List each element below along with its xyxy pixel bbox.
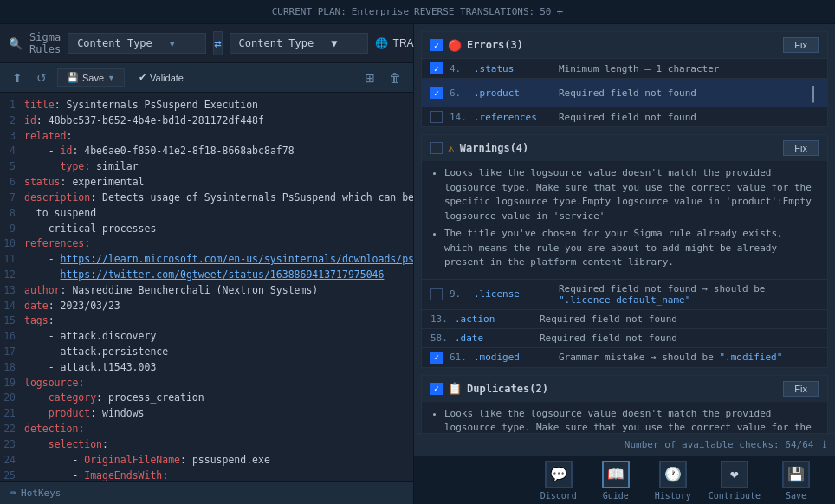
code-line: 25 - ImageEndsWith: (0, 468, 413, 482)
nav-item-save[interactable]: 💾 Save (774, 461, 818, 501)
delete-button[interactable]: 🗑 (385, 69, 405, 87)
code-line: 24 - OriginalFileName: pssuspend.exe (0, 453, 413, 468)
refresh-button[interactable]: ↺ (33, 69, 50, 87)
code-line: 16 - attack.discovery (0, 329, 413, 345)
code-line: 1title: Sysinternals PsSuspend Execution (0, 98, 413, 113)
hotkeys-bar[interactable]: ⌨ HotKeys (0, 481, 413, 504)
code-line: 14date: 2023/03/23 (0, 299, 413, 314)
duplicate-warning-text: Looks like the logsource value doesn't m… (422, 402, 827, 434)
top-banner: CURRENT PLAN: Enterprise REVERSE TRANSLA… (0, 0, 835, 24)
chevron-down-icon: ▼ (170, 39, 175, 48)
code-editor[interactable]: 1title: Sysinternals PsSuspend Execution… (0, 93, 413, 481)
history-icon: 🕐 (659, 461, 687, 488)
errors-fix-button[interactable]: Fix (783, 37, 819, 53)
references-checkbox[interactable] (430, 111, 443, 123)
warning-row-action: 13. .action Required field not found (422, 309, 827, 328)
plan-value: Enterprise (352, 6, 409, 17)
code-line: 7description: Detects usage of Sysintern… (0, 191, 413, 206)
guide-icon: 📖 (602, 461, 630, 488)
nav-item-history[interactable]: 🕐 History (651, 461, 695, 501)
duplicates-fix-button[interactable]: Fix (783, 381, 819, 397)
contribute-label: Contribute (709, 491, 761, 501)
warnings-fix-button[interactable]: Fix (783, 140, 819, 156)
code-line: 19logsource: (0, 376, 413, 391)
row-number-3: 14. (450, 112, 467, 123)
toolbar-right: ⊞ 🗑 (361, 69, 405, 87)
row-field-references: .references (474, 112, 552, 123)
dropdown2-label: Content Type (239, 37, 314, 49)
error-row-status: 4. .status Minimum length – 1 character (422, 58, 827, 78)
swap-button[interactable]: ⇄ (213, 31, 222, 55)
code-line: 2id: 48bbc537-b652-4b4e-bd1d-281172df448… (0, 113, 413, 129)
save-nav-icon: 💾 (782, 461, 810, 488)
left-header: 🔍 Sigma Rules Content Type ▼ ⇄ Content T… (0, 24, 413, 63)
errors-checkbox[interactable] (430, 39, 443, 51)
reverse-value: 50 (540, 6, 551, 17)
cursor-indicator: | (808, 82, 819, 103)
current-plan-label: CURRENT PLAN: (272, 6, 346, 17)
history-label: History (655, 491, 691, 501)
validate-label: Validate (150, 73, 184, 83)
save-icon: 💾 (67, 72, 79, 83)
code-line: 15tags: (0, 313, 413, 329)
copy-button[interactable]: ⊞ (361, 69, 379, 87)
reverse-label: REVERSE TRANSLATIONS: (414, 6, 534, 17)
nav-item-contribute[interactable]: ❤ Contribute (709, 461, 761, 501)
row-message-references: Required field not found (559, 112, 819, 123)
row-message-date: Required field not found (540, 333, 819, 344)
error-row-references: 14. .references Required field not found (422, 107, 827, 126)
row-field-date: .date (455, 333, 533, 344)
row-message-status: Minimum length – 1 character (559, 63, 819, 74)
code-line: 13author: Nasreddine Bencherchali (Nextr… (0, 283, 413, 299)
duplicates-title: Duplicates(2) (467, 383, 548, 395)
error-icon: 🔴 (448, 39, 462, 52)
product-checkbox[interactable] (430, 87, 443, 99)
content-type-dropdown-2[interactable]: Content Type ▼ (230, 33, 368, 54)
warning-text-1: Looks like the logsource value doesn't m… (422, 161, 827, 279)
code-line: 18 - attack.t1543.003 (0, 360, 413, 376)
content-type-dropdown-1[interactable]: Content Type ▼ (68, 33, 206, 54)
code-line: 3related: (0, 129, 413, 145)
row-field-status: .status (474, 63, 552, 74)
row-message-action: Required field not found (540, 313, 819, 325)
toolbar: ⬆ ↺ 💾 Save ▼ ✔ Validate ⊞ 🗑 (0, 63, 413, 93)
warning-icon: ⚠️ (448, 142, 455, 155)
row-num-action: 13. (430, 313, 448, 325)
save-label: Save (82, 73, 104, 83)
save-nav-label: Save (786, 491, 806, 501)
right-panel: 🔴 Errors(3) Fix 4. .status Minimum lengt… (414, 24, 835, 504)
hotkeys-label: HotKeys (21, 488, 61, 499)
warnings-header: ⚠️ Warnings(4) Fix (422, 135, 827, 161)
info-icon: ℹ (823, 439, 826, 450)
code-line: 5 type: similar (0, 159, 413, 175)
discord-icon: 💬 (545, 461, 573, 488)
error-row-product: 6. .product Required field not found | (422, 78, 827, 107)
warning-row-date: 58. .date Required field not found (422, 328, 827, 347)
row-num-date: 58. (430, 333, 448, 344)
errors-header: 🔴 Errors(3) Fix (422, 32, 827, 58)
validate-button[interactable]: ✔ Validate (132, 69, 191, 86)
status-checkbox[interactable] (430, 62, 443, 74)
row-field-action: .action (455, 313, 533, 325)
code-line: 9 critical processes (0, 222, 413, 237)
row-message-license: Required field not found → should be ".l… (559, 283, 819, 306)
validation-content: 🔴 Errors(3) Fix 4. .status Minimum lengt… (414, 24, 835, 433)
upload-button[interactable]: ⬆ (9, 69, 26, 87)
row-field-modiged: .modiged (474, 352, 552, 363)
nav-item-discord[interactable]: 💬 Discord (537, 461, 580, 501)
add-reverse-btn[interactable]: + (556, 5, 563, 18)
save-button[interactable]: 💾 Save ▼ (57, 68, 125, 87)
search-label: Sigma Rules (29, 31, 61, 55)
code-line: 21 product: windows (0, 406, 413, 422)
modiged-checkbox[interactable] (430, 352, 443, 364)
warnings-checkbox[interactable] (430, 142, 443, 154)
checks-footer: Number of available checks: 64/64 ℹ (414, 433, 835, 456)
code-line: 11 - https://learn.microsoft.com/en-us/s… (0, 252, 413, 268)
nav-item-guide[interactable]: 📖 Guide (594, 461, 638, 501)
code-line: 12 - https://twitter.com/0gtweet/status/… (0, 268, 413, 283)
license-checkbox[interactable] (430, 288, 443, 300)
row-field-product: .product (474, 87, 552, 99)
duplicates-checkbox[interactable] (430, 383, 443, 395)
guide-label: Guide (603, 491, 629, 501)
dropdown1-label: Content Type (77, 37, 152, 49)
